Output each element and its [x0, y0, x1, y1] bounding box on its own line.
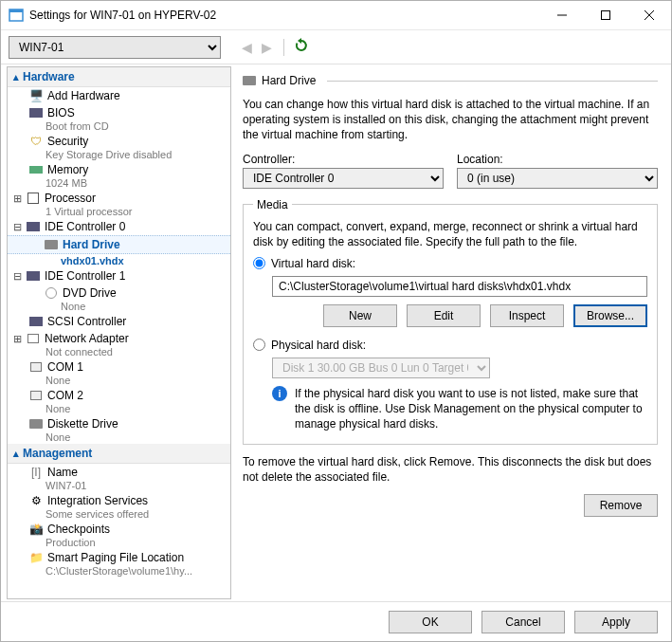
tree-bios[interactable]: BIOS: [8, 104, 230, 121]
app-icon: [9, 8, 24, 23]
add-hardware-icon: 🖥️: [28, 88, 44, 103]
tree-processor-sub: 1 Virtual processor: [8, 206, 230, 217]
phd-radio-row[interactable]: Physical hard disk:: [253, 339, 647, 352]
tree-diskette-sub: None: [8, 431, 230, 443]
location-label: Location:: [457, 153, 658, 166]
minimize-button[interactable]: [540, 1, 584, 29]
tree-nic-sub: Not connected: [8, 346, 230, 358]
expand-icon[interactable]: ⊞: [11, 193, 24, 205]
tree-security[interactable]: 🛡Security: [8, 133, 230, 150]
integration-icon: ⚙: [28, 493, 44, 508]
svg-rect-1: [9, 9, 23, 12]
tree-ide1[interactable]: ⊟IDE Controller 1: [8, 267, 230, 284]
close-button[interactable]: [627, 1, 671, 29]
tree-ide0[interactable]: ⊟IDE Controller 0: [8, 218, 230, 235]
tree-smartpaging-sub: C:\ClusterStorage\volume1\hy...: [8, 565, 230, 577]
tree-add-hardware[interactable]: 🖥️Add Hardware: [8, 87, 230, 104]
name-icon: [I]: [28, 465, 44, 480]
remove-button[interactable]: Remove: [584, 494, 658, 517]
tree-memory-sub: 1024 MB: [8, 177, 230, 189]
tree-memory[interactable]: Memory: [8, 161, 230, 178]
tree-name-sub: WIN7-01: [8, 480, 230, 491]
phd-radio[interactable]: [253, 339, 265, 351]
management-category[interactable]: ▴Management: [8, 444, 230, 464]
vhd-radio-label: Virtual hard disk:: [271, 257, 355, 270]
bios-icon: [28, 105, 44, 120]
vm-select[interactable]: WIN7-01: [9, 36, 221, 59]
settings-tree[interactable]: ▴Hardware 🖥️Add Hardware BIOS Boot from …: [7, 66, 231, 599]
tree-nic[interactable]: ⊞Network Adapter: [8, 330, 230, 347]
collapse-icon[interactable]: ⊟: [11, 221, 24, 233]
dvd-icon: [44, 285, 59, 301]
info-icon: i: [272, 386, 287, 401]
tree-hard-drive[interactable]: Hard Drive: [8, 235, 230, 254]
shield-icon: 🛡: [28, 134, 44, 149]
apply-button[interactable]: Apply: [574, 611, 658, 633]
tree-security-sub: Key Storage Drive disabled: [8, 149, 230, 160]
tree-dvd-sub: None: [8, 301, 230, 312]
edit-button[interactable]: Edit: [407, 304, 481, 327]
toolbar: WIN7-01 ◀ ▶: [1, 30, 671, 64]
vhd-radio-row[interactable]: Virtual hard disk:: [253, 257, 647, 270]
expand-icon[interactable]: ⊞: [11, 333, 24, 345]
tree-name[interactable]: [I]Name: [8, 464, 230, 481]
remove-description: To remove the virtual hard disk, click R…: [243, 454, 658, 485]
vhd-path-input[interactable]: [272, 276, 647, 297]
controller-icon: [26, 219, 41, 234]
phd-info-text: If the physical hard disk you want to us…: [295, 386, 647, 432]
disk-icon: [243, 76, 256, 85]
com-icon: [28, 388, 44, 403]
back-button[interactable]: ◀: [240, 40, 254, 55]
hardware-category[interactable]: ▴Hardware: [8, 67, 230, 87]
com-icon: [28, 359, 44, 375]
checkpoints-icon: 📸: [28, 522, 44, 537]
media-group: Media You can compact, convert, expand, …: [243, 198, 658, 445]
disk-icon: [44, 237, 59, 252]
location-select[interactable]: 0 (in use): [457, 168, 658, 189]
nic-icon: [26, 331, 41, 346]
vhd-radio[interactable]: [253, 257, 265, 269]
tree-com2[interactable]: COM 2: [8, 387, 230, 404]
dialog-buttons: OK Cancel Apply: [1, 601, 671, 641]
cancel-button[interactable]: Cancel: [481, 611, 565, 633]
tree-com1[interactable]: COM 1: [8, 358, 230, 376]
tree-scsi[interactable]: SCSI Controller: [8, 313, 230, 330]
media-legend: Media: [253, 198, 292, 211]
phd-radio-label: Physical hard disk:: [271, 339, 366, 352]
tree-checkpoints-sub: Production: [8, 537, 230, 548]
tree-processor[interactable]: ⊞Processor: [8, 190, 230, 207]
maximize-button[interactable]: [584, 1, 627, 29]
phd-select: Disk 1 30.00 GB Bus 0 Lun 0 Target 0: [272, 358, 490, 378]
diskette-icon: [28, 416, 44, 431]
controller-label: Controller:: [243, 153, 444, 166]
tree-diskette[interactable]: Diskette Drive: [8, 415, 230, 432]
memory-icon: [28, 162, 44, 177]
scsi-icon: [28, 314, 44, 329]
new-button[interactable]: New: [323, 304, 397, 327]
collapse-icon[interactable]: ⊟: [11, 270, 24, 283]
cpu-icon: [26, 191, 41, 206]
chevron-up-icon: ▴: [13, 71, 19, 83]
media-description: You can compact, convert, expand, merge,…: [253, 219, 647, 249]
tree-bios-sub: Boot from CD: [8, 120, 230, 132]
ok-button[interactable]: OK: [389, 611, 472, 633]
panel-description: You can change how this virtual hard dis…: [243, 97, 658, 143]
panel-header: Hard Drive: [243, 74, 658, 87]
chevron-up-icon: ▴: [13, 448, 19, 460]
forward-button[interactable]: ▶: [260, 40, 274, 55]
tree-com1-sub: None: [8, 375, 230, 386]
refresh-button[interactable]: [294, 38, 309, 56]
controller-select[interactable]: IDE Controller 0: [243, 168, 444, 189]
inspect-button[interactable]: Inspect: [490, 304, 564, 327]
tree-integration-sub: Some services offered: [8, 508, 230, 520]
tree-smartpaging[interactable]: 📁Smart Paging File Location: [8, 549, 230, 566]
tree-dvd[interactable]: DVD Drive: [8, 284, 230, 302]
tree-integration[interactable]: ⚙Integration Services: [8, 492, 230, 509]
browse-button[interactable]: Browse...: [573, 304, 647, 327]
tree-checkpoints[interactable]: 📸Checkpoints: [8, 521, 230, 538]
smartpaging-icon: 📁: [28, 550, 44, 565]
svg-rect-3: [602, 11, 610, 20]
tree-com2-sub: None: [8, 403, 230, 414]
window-title: Settings for WIN7-01 on HYPERV-02: [29, 9, 540, 22]
window-titlebar: Settings for WIN7-01 on HYPERV-02: [1, 1, 671, 30]
